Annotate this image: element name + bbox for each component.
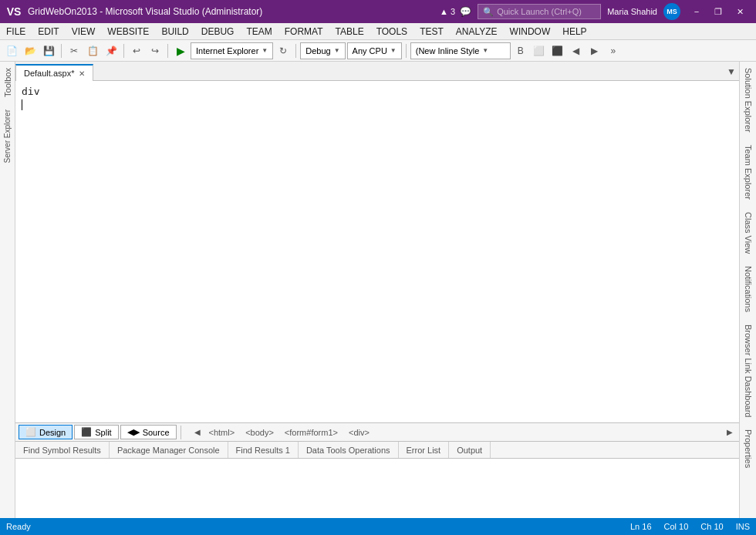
tb-style3[interactable]: ⬛ (549, 42, 566, 59)
platform-label: Any CPU (353, 46, 387, 56)
browser-link-label[interactable]: Browser Link Dashboard (744, 318, 753, 423)
window-controls: − ❐ ✕ (687, 4, 750, 19)
menu-file[interactable]: FILE (0, 23, 32, 39)
tab-data-tools[interactable]: Data Tools Operations (299, 442, 399, 458)
menu-test[interactable]: TEST (413, 23, 450, 39)
breadcrumb-scroll-left[interactable]: ◀ (191, 426, 204, 439)
solution-explorer-label[interactable]: Solution Explorer (744, 62, 753, 139)
source-button[interactable]: ◀▶ Source (120, 425, 177, 439)
design-icon: ⬜ (25, 427, 36, 437)
notification-area: ▲ 3 💬 (440, 6, 471, 17)
tb-cut[interactable]: ✂ (66, 42, 83, 59)
style-dropdown[interactable]: (New Inline Style ▼ (410, 42, 511, 59)
notifications-label[interactable]: Notifications (744, 260, 753, 318)
tb-undo[interactable]: ↩ (128, 42, 145, 59)
menu-bar: FILE EDIT VIEW WEBSITE BUILD DEBUG TEAM … (0, 23, 756, 40)
tb-refresh[interactable]: ↻ (275, 42, 292, 59)
tb-more[interactable]: » (605, 42, 622, 59)
tab-package-manager[interactable]: Package Manager Console (110, 442, 228, 458)
menu-team[interactable]: TEAM (240, 23, 278, 39)
tb-open[interactable]: 📂 (22, 42, 39, 59)
menu-table[interactable]: TABLE (329, 23, 370, 39)
menu-format[interactable]: FORMAT (278, 23, 329, 39)
quick-launch-search[interactable]: 🔍 Quick Launch (Ctrl+Q) (478, 4, 601, 19)
search-icon: 🔍 (483, 7, 494, 17)
tab-default-aspx[interactable]: Default.aspx* ✕ (15, 64, 93, 81)
style-dropdown-arrow: ▼ (482, 47, 488, 54)
menu-build[interactable]: BUILD (155, 23, 194, 39)
tb-redo[interactable]: ↪ (147, 42, 164, 59)
tab-find-symbol[interactable]: Find Symbol Results (15, 442, 110, 458)
breadcrumb-html[interactable]: <html> (204, 426, 241, 439)
minimize-button[interactable]: − (687, 4, 707, 19)
chat-icon[interactable]: 💬 (460, 6, 471, 17)
browser-label: Internet Explorer (196, 46, 258, 56)
tb-forward[interactable]: ▶ (586, 42, 603, 59)
sep3 (167, 44, 168, 58)
breadcrumb-scroll-right[interactable]: ▶ (724, 426, 736, 439)
bottom-panel: Find Symbol Results Package Manager Cons… (15, 441, 739, 518)
status-bar: Ready Ln 16 Col 10 Ch 10 INS (0, 518, 756, 535)
server-explorer-label[interactable]: Server Explorer (3, 103, 12, 169)
tb-style1[interactable]: B (512, 42, 529, 59)
class-view-label[interactable]: Class View (744, 206, 753, 260)
split-button[interactable]: ⬛ Split (74, 425, 118, 439)
left-panel: Toolbox Server Explorer (0, 62, 15, 518)
tab-error-list[interactable]: Error List (399, 442, 450, 458)
main-layout: Toolbox Server Explorer Default.aspx* ✕ … (0, 62, 756, 518)
tab-scroll-right[interactable]: ▼ (724, 63, 739, 80)
tb-style2[interactable]: ⬜ (531, 42, 548, 59)
platform-dropdown-arrow: ▼ (390, 47, 397, 54)
config-dropdown-arrow: ▼ (334, 47, 340, 54)
editor-cursor (22, 99, 22, 110)
browser-dropdown[interactable]: Internet Explorer ▼ (191, 42, 273, 59)
breadcrumb-body[interactable]: <body> (240, 426, 279, 439)
menu-window[interactable]: WINDOW (504, 23, 557, 39)
editor-text: div (22, 86, 39, 97)
tb-run[interactable]: ▶ (172, 42, 189, 59)
vs-logo: VS (6, 4, 22, 19)
right-panel: Solution Explorer Team Explorer Class Vi… (739, 62, 756, 518)
close-button[interactable]: ✕ (730, 4, 750, 19)
tab-bar: Default.aspx* ✕ ▼ (15, 62, 739, 81)
menu-help[interactable]: HELP (556, 23, 592, 39)
tb-new[interactable]: 📄 (3, 42, 20, 59)
tab-output[interactable]: Output (449, 442, 491, 458)
source-icon: ◀▶ (127, 427, 140, 437)
team-explorer-label[interactable]: Team Explorer (744, 139, 753, 206)
editor-area[interactable]: div (15, 81, 739, 422)
status-line: Ln 16 (630, 522, 652, 531)
tb-copy[interactable]: 📋 (84, 42, 101, 59)
split-icon: ⬛ (81, 427, 92, 437)
tb-paste[interactable]: 📌 (103, 42, 120, 59)
title-bar: VS GridWebOn2013 - Microsoft Visual Stud… (0, 0, 756, 23)
signal-icon: ▲ 3 (440, 7, 455, 16)
design-button[interactable]: ⬜ Design (19, 425, 73, 439)
sep5 (406, 44, 407, 58)
properties-label[interactable]: Properties (744, 423, 753, 474)
menu-edit[interactable]: EDIT (32, 23, 65, 39)
style-label: (New Inline Style (416, 46, 480, 56)
tab-close[interactable]: ✕ (79, 69, 85, 78)
breadcrumb-div[interactable]: <div> (343, 426, 375, 439)
platform-dropdown[interactable]: Any CPU ▼ (347, 42, 402, 59)
sep4 (295, 44, 296, 58)
bottom-content (15, 459, 739, 518)
tab-find-results[interactable]: Find Results 1 (228, 442, 299, 458)
design-bar: ⬜ Design ⬛ Split ◀▶ Source ◀ <html> <bod… (15, 422, 739, 441)
config-dropdown[interactable]: Debug ▼ (300, 42, 345, 59)
menu-website[interactable]: WEBSITE (101, 23, 155, 39)
menu-debug[interactable]: DEBUG (195, 23, 241, 39)
center-area: Default.aspx* ✕ ▼ div ⬜ Design (15, 62, 739, 518)
tb-back[interactable]: ◀ (568, 42, 585, 59)
breadcrumb-form[interactable]: <form#form1> (279, 426, 343, 439)
menu-analyze[interactable]: ANALYZE (450, 23, 504, 39)
toolbox-label[interactable]: Toolbox (3, 62, 12, 103)
bottom-tab-bar: Find Symbol Results Package Manager Cons… (15, 442, 739, 459)
restore-button[interactable]: ❐ (708, 4, 728, 19)
toolbar: 📄 📂 💾 ✂ 📋 📌 ↩ ↪ ▶ Internet Explorer ▼ ↻ … (0, 40, 756, 62)
menu-tools[interactable]: TOOLS (370, 23, 413, 39)
menu-view[interactable]: VIEW (66, 23, 102, 39)
tb-save-all[interactable]: 💾 (40, 42, 57, 59)
breadcrumb: ◀ <html> <body> <form#form1> <div> (191, 426, 722, 439)
